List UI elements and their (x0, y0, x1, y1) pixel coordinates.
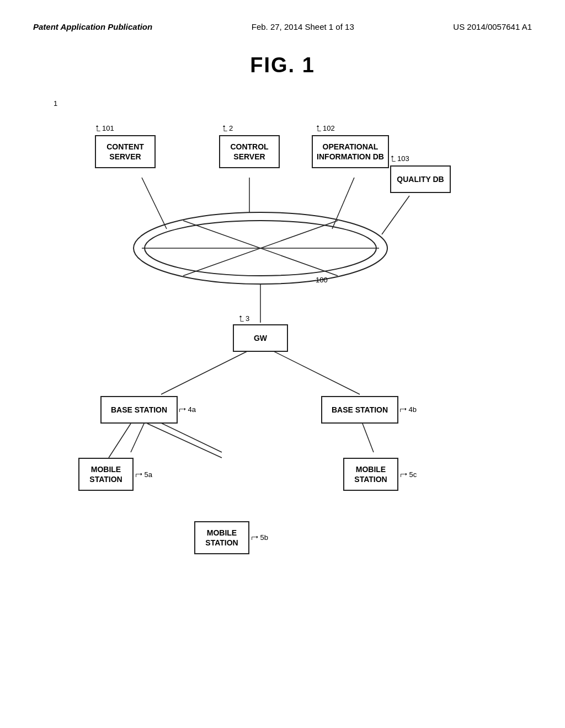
operational-db-box: OPERATIONAL INFORMATION DB (312, 135, 389, 168)
svg-line-4 (183, 221, 338, 276)
svg-point-0 (134, 212, 387, 284)
mobile-station-a-box: MOBILE STATION (78, 458, 134, 491)
gw-ref: ⮤3 (238, 314, 249, 323)
diagram-ref-label: 1 (54, 99, 57, 108)
mobile-station-c-box: MOBILE STATION (343, 458, 398, 491)
header-left: Patent Application Publication (33, 22, 152, 31)
gw-box: GW (233, 324, 288, 352)
content-server-ref: ⮤101 (95, 124, 114, 132)
page: Patent Application Publication Feb. 27, … (0, 0, 565, 728)
svg-line-11 (260, 345, 360, 394)
gw-label: GW (254, 333, 267, 343)
base-station-b-label: BASE STATION (332, 405, 388, 415)
svg-point-1 (145, 221, 376, 276)
mobile-station-b-ref: ⮣ 5b (251, 533, 268, 542)
mobile-station-c-label: MOBILE STATION (354, 464, 387, 484)
svg-line-10 (161, 345, 260, 394)
svg-line-5 (142, 178, 167, 229)
network-ref: 100 (316, 276, 328, 284)
operational-db-label: OPERATIONAL INFORMATION DB (317, 142, 384, 162)
control-server-label: CONTROL SERVER (230, 142, 268, 162)
quality-db-ref: ⮤103 (390, 154, 409, 163)
svg-line-8 (382, 196, 409, 234)
svg-line-15 (147, 424, 222, 458)
header: Patent Application Publication Feb. 27, … (33, 22, 532, 31)
control-server-ref: ⮤2 (222, 124, 233, 132)
svg-line-3 (183, 221, 338, 276)
quality-db-box: QUALITY DB (390, 165, 451, 193)
operational-db-ref: ⮤102 (316, 124, 335, 132)
mobile-station-a-label: MOBILE STATION (89, 464, 122, 484)
figure-title: FIG. 1 (33, 53, 532, 77)
mobile-station-b-box: MOBILE STATION (194, 521, 249, 554)
svg-line-16 (109, 424, 131, 458)
base-station-a-label: BASE STATION (111, 405, 167, 415)
quality-db-label: QUALITY DB (397, 174, 444, 184)
header-center: Feb. 27, 2014 Sheet 1 of 13 (252, 22, 354, 31)
header-right: US 2014/0057641 A1 (453, 22, 532, 31)
content-server-label: CONTENT SERVER (106, 142, 144, 162)
diagram: 1 ⮤101 CONTENT SERVER ⮤2 CONTROL SERVER … (45, 94, 520, 656)
base-station-a-ref: ⮣ 4a (179, 405, 196, 414)
base-station-b-ref: ⮣ 4b (399, 405, 417, 414)
svg-line-7 (332, 178, 354, 229)
content-server-box: CONTENT SERVER (95, 135, 156, 168)
control-server-box: CONTROL SERVER (219, 135, 280, 168)
mobile-station-a-ref: ⮣ 5a (135, 470, 152, 479)
base-station-a-box: BASE STATION (100, 396, 178, 424)
mobile-station-c-ref: ⮣ 5c (400, 470, 417, 479)
base-station-b-box: BASE STATION (321, 396, 398, 424)
mobile-station-b-label: MOBILE STATION (205, 528, 238, 548)
